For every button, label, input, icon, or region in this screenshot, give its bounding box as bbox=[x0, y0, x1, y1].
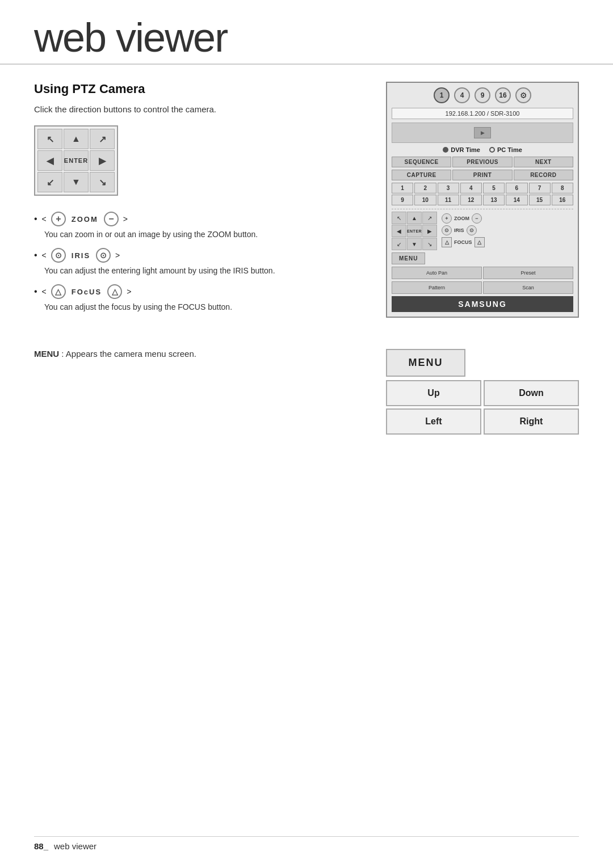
down-button[interactable]: Down bbox=[484, 380, 579, 406]
dvr-icon-4[interactable]: 4 bbox=[454, 87, 470, 103]
focus-right-icon: △ bbox=[107, 284, 122, 299]
mini-focus-left-icon: △ bbox=[442, 237, 452, 247]
sequence-button[interactable]: SEQUENCE bbox=[392, 157, 451, 167]
num-btn-9[interactable]: 9 bbox=[392, 195, 413, 205]
dvr-settings-icon[interactable]: ⚙ bbox=[515, 87, 531, 103]
dvr-time-label: DVR Time bbox=[451, 146, 480, 153]
num-btn-6[interactable]: 6 bbox=[506, 183, 527, 193]
preset-button[interactable]: Preset bbox=[483, 267, 573, 279]
up-down-row: Up Down bbox=[386, 380, 579, 406]
dvr-address: 192.168.1.200 / SDR-3100 bbox=[392, 108, 573, 119]
mini-zoom-label: ZOOM bbox=[454, 216, 469, 221]
dpad-upright[interactable]: ↗ bbox=[90, 129, 115, 149]
previous-button[interactable]: PREVIOUS bbox=[452, 157, 512, 167]
num-btn-7[interactable]: 7 bbox=[529, 183, 551, 193]
autopan-button[interactable]: Auto Pan bbox=[392, 267, 482, 279]
mini-dpad-upleft[interactable]: ↖ bbox=[392, 212, 406, 224]
dpad-enter[interactable]: ENTER bbox=[64, 150, 89, 171]
mini-iris-row: ⊙ IRIS ⊙ bbox=[442, 225, 573, 235]
mini-iris-label: IRIS bbox=[454, 227, 464, 233]
up-button[interactable]: Up bbox=[386, 380, 481, 406]
scan-button[interactable]: Scan bbox=[483, 281, 573, 294]
num-btn-12[interactable]: 12 bbox=[460, 195, 482, 205]
dpad-down[interactable]: ▼ bbox=[64, 172, 89, 192]
num-btn-13[interactable]: 13 bbox=[483, 195, 505, 205]
num-btn-15[interactable]: 15 bbox=[529, 195, 551, 205]
dpad-up[interactable]: ▲ bbox=[64, 129, 89, 149]
dvr-num-grid: 1 2 3 4 5 6 7 8 9 10 11 12 13 14 15 16 bbox=[392, 183, 573, 205]
mini-zoom-plus-icon: + bbox=[442, 213, 452, 224]
num-btn-14[interactable]: 14 bbox=[506, 195, 527, 205]
iris-bullet-row: • < ⊙ IRIS ⊙ > bbox=[34, 248, 363, 263]
menu-top-row: MENU bbox=[386, 349, 579, 376]
num-btn-8[interactable]: 8 bbox=[552, 183, 573, 193]
focus-left-icon: △ bbox=[51, 284, 66, 299]
page-header: web viewer bbox=[0, 0, 613, 65]
focus-description: You can adjust the focus by using the FO… bbox=[44, 302, 363, 311]
mini-direction-pad: ↖ ▲ ↗ ◀ ENTER ▶ ↙ ▼ ↘ bbox=[392, 212, 437, 250]
left-button[interactable]: Left bbox=[386, 408, 481, 435]
num-btn-11[interactable]: 11 bbox=[438, 195, 459, 205]
pc-time: PC Time bbox=[489, 146, 522, 153]
dpad-downleft[interactable]: ↙ bbox=[37, 172, 62, 192]
num-btn-3[interactable]: 3 bbox=[438, 183, 459, 193]
dvr-icon-16[interactable]: 16 bbox=[495, 87, 511, 103]
dvr-time-dot bbox=[443, 147, 448, 153]
dvr-panel: 1 4 9 16 ⚙ 192.168.1.200 / SDR-3100 ▶ DV… bbox=[386, 82, 579, 321]
mini-dpad-upright[interactable]: ↗ bbox=[422, 212, 437, 224]
mini-dpad-downleft[interactable]: ↙ bbox=[392, 238, 406, 250]
dvr-time-row: DVR Time PC Time bbox=[392, 146, 573, 153]
dvr-preview-icon: ▶ bbox=[474, 127, 491, 138]
samsung-brand: SAMSUNG bbox=[392, 296, 573, 312]
mini-dpad-down[interactable]: ▼ bbox=[407, 238, 422, 250]
mini-zoom-row: + ZOOM − bbox=[442, 213, 573, 224]
mini-dpad-enter[interactable]: ENTER bbox=[407, 225, 422, 237]
dpad-upleft[interactable]: ↖ bbox=[37, 129, 62, 149]
num-btn-16[interactable]: 16 bbox=[552, 195, 573, 205]
dvr-menu-button[interactable]: MENU bbox=[392, 252, 425, 264]
num-btn-4[interactable]: 4 bbox=[460, 183, 482, 193]
dvr-time: DVR Time bbox=[443, 146, 480, 153]
right-button[interactable]: Right bbox=[484, 408, 579, 435]
dvr-seq-buttons: SEQUENCE PREVIOUS NEXT bbox=[392, 157, 573, 167]
page-title: web viewer bbox=[34, 17, 579, 58]
dvr-panel-inner: 1 4 9 16 ⚙ 192.168.1.200 / SDR-3100 ▶ DV… bbox=[386, 82, 579, 318]
mini-focus-label: FOCUS bbox=[454, 239, 472, 245]
zoom-bullet-row: • < + ZOOM − > bbox=[34, 212, 363, 226]
capture-button[interactable]: CAPTURE bbox=[392, 170, 451, 180]
section-description: Click the direction buttons to control t… bbox=[34, 104, 363, 114]
mini-dpad-downright[interactable]: ↘ bbox=[422, 238, 437, 250]
mini-dpad-left[interactable]: ◀ bbox=[392, 225, 406, 237]
record-button[interactable]: RECORD bbox=[514, 170, 573, 180]
dvr-icon-1[interactable]: 1 bbox=[434, 87, 450, 103]
left-column: Using PTZ Camera Click the direction but… bbox=[34, 82, 363, 321]
dpad-downright[interactable]: ↘ bbox=[90, 172, 115, 192]
pattern-button[interactable]: Pattern bbox=[392, 281, 482, 294]
iris-label: IRIS bbox=[72, 251, 90, 260]
next-button[interactable]: NEXT bbox=[514, 157, 573, 167]
footer-page-number: 88_ bbox=[34, 841, 48, 851]
iris-description: You can adjust the entering light amount… bbox=[44, 266, 363, 275]
num-btn-5[interactable]: 5 bbox=[483, 183, 505, 193]
num-btn-2[interactable]: 2 bbox=[414, 183, 436, 193]
mini-iris-right-icon: ⊙ bbox=[467, 225, 477, 235]
pc-time-label: PC Time bbox=[497, 146, 522, 153]
dpad-left[interactable]: ◀ bbox=[37, 150, 62, 171]
iris-right-icon: ⊙ bbox=[96, 248, 111, 263]
mini-dpad-up[interactable]: ▲ bbox=[407, 212, 422, 224]
num-btn-1[interactable]: 1 bbox=[392, 183, 413, 193]
menu-button[interactable]: MENU bbox=[386, 349, 465, 377]
iris-left-icon: ⊙ bbox=[51, 248, 66, 263]
focus-label: FOcUS bbox=[72, 288, 102, 296]
dvr-separator bbox=[392, 209, 573, 209]
zoom-label: ZOOM bbox=[72, 215, 98, 224]
section-title: Using PTZ Camera bbox=[34, 82, 363, 96]
dvr-camera-preview: ▶ bbox=[392, 123, 573, 143]
num-btn-10[interactable]: 10 bbox=[414, 195, 436, 205]
print-button[interactable]: PRINT bbox=[452, 170, 512, 180]
mini-dpad-right[interactable]: ▶ bbox=[422, 225, 437, 237]
mini-ptz-controls: ↖ ▲ ↗ ◀ ENTER ▶ ↙ ▼ ↘ + ZOOM − bbox=[392, 212, 573, 250]
dvr-icon-9[interactable]: 9 bbox=[475, 87, 490, 103]
dpad-right[interactable]: ▶ bbox=[90, 150, 115, 171]
menu-note-text: : Appears the camera menu screen. bbox=[59, 349, 196, 359]
